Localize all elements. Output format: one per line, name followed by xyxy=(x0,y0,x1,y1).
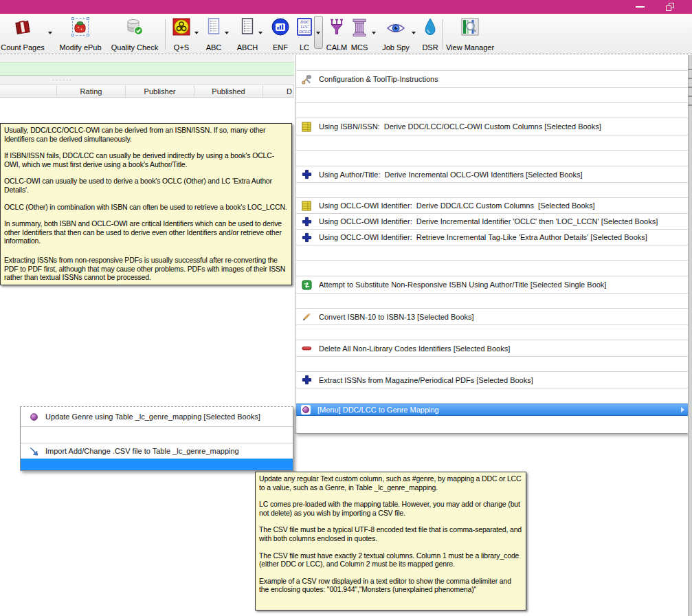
menu-item-label: Using OCLC-OWI Identifier: Derive Increm… xyxy=(319,217,658,226)
toolbar-button-abch[interactable]: ABCH xyxy=(235,16,260,52)
restore-icon[interactable] xyxy=(666,3,675,12)
menu-spacer xyxy=(296,294,688,309)
menu-spacer xyxy=(296,245,688,261)
tooltip-paragraph: The CSV file must be a typical UTF-8 enc… xyxy=(259,525,522,542)
toolbar-button-quality-check[interactable]: Quality Check xyxy=(109,16,161,52)
modify-epub-icon xyxy=(72,18,89,36)
toolbar-label: Job Spy xyxy=(382,43,410,52)
menu-item-convert-isbn[interactable]: Convert ISBN-10 to ISBN-13 [Selected Boo… xyxy=(296,309,688,325)
app-window: { "window": { "controls": { "minimize": … xyxy=(0,0,692,616)
menu-spacer xyxy=(296,325,688,340)
chevron-down-icon[interactable] xyxy=(225,32,229,34)
toolbar-label: MCS xyxy=(351,43,368,52)
menu-spacer xyxy=(296,55,688,71)
menu-item-configuration[interactable]: Configuration & ToolTip-Instructions xyxy=(296,71,688,88)
lc-dropdown-strip[interactable] xyxy=(314,16,323,49)
toolbar-button-job-spy[interactable]: Job Spy xyxy=(381,16,411,52)
menu-item-substitute-isbn[interactable]: Attempt to Substitute Non-Responsive ISB… xyxy=(296,276,688,294)
toolbar-button-mcs[interactable]: MCS xyxy=(349,16,370,52)
import-arrow-icon xyxy=(28,446,39,456)
menu-item-isbn-issn-derive[interactable]: Using ISBN/ISSN: Derive DDC/LCC/OCLC-OWI… xyxy=(296,118,688,135)
minimize-icon[interactable] xyxy=(636,6,645,8)
scrollbar-tick xyxy=(688,104,692,106)
menu-spacer xyxy=(296,88,688,103)
menu-item-oclc-owi-ddc-lcc[interactable]: Using OCLC-OWI Identifier: Derive DDC/LC… xyxy=(296,198,688,214)
menu-spacer xyxy=(296,388,688,404)
chevron-down-icon[interactable] xyxy=(48,32,52,34)
column-header-blank[interactable] xyxy=(0,85,57,97)
menu-item-oclc-owi-extra-author[interactable]: Using OCLC-OWI Identifier: Retrieve Incr… xyxy=(296,230,688,245)
plus-navy-icon xyxy=(301,375,312,386)
pencil-icon xyxy=(301,311,312,322)
minus-red-icon xyxy=(301,343,312,354)
menu-item-label: Using OCLC-OWI Identifier: Retrieve Incr… xyxy=(319,233,647,241)
chart-circle-icon xyxy=(271,18,289,37)
toolbar-button-enf[interactable]: ENF xyxy=(271,16,290,52)
column-header-date[interactable]: D xyxy=(263,85,294,97)
toolbar-label: LC xyxy=(300,43,309,52)
tooltip-paragraph: If ISBN/ISSN fails, DDC/LCC can usually … xyxy=(4,151,288,168)
menu-item-label: Using ISBN/ISSN: Derive DDC/LCC/OCLC-OWI… xyxy=(319,122,601,131)
tooltip-paragraph: Update any regular Text custom column, s… xyxy=(259,474,522,492)
scrollbar-tick xyxy=(688,78,692,79)
purple-sphere-icon xyxy=(301,405,311,415)
submenu-item-update-genre[interactable]: Update Genre using Table _lc_genre_mappi… xyxy=(21,407,293,427)
tooltip-paragraph: Usually, DDC/LCC/OCLC-OWI can be derived… xyxy=(4,126,288,143)
plugin-toolbar: Count Pages Modify ePub xyxy=(0,14,692,54)
menu-item-extract-issn[interactable]: Extract ISSNs from Magazine/Periodical P… xyxy=(296,372,688,388)
menu-item-delete-identifiers[interactable]: Delete All Non-Library Codes Identifiers… xyxy=(296,340,688,357)
column-header-publisher[interactable]: Publisher xyxy=(126,85,194,97)
swap-green-icon xyxy=(301,279,312,290)
quality-check-database-icon xyxy=(126,18,144,37)
toolbar-button-calm[interactable]: CALM xyxy=(326,16,348,52)
chevron-down-icon[interactable] xyxy=(194,32,199,34)
eye-icon xyxy=(386,22,405,36)
chevron-down-icon[interactable] xyxy=(258,32,263,34)
tooltip-paragraph: OCLC (Other) in combination with ISBN ca… xyxy=(4,203,288,212)
chevron-down-icon[interactable] xyxy=(412,32,416,34)
column-header-published[interactable]: Published xyxy=(194,85,263,97)
submenu-item-import-csv[interactable]: Import Add/Change .CSV file to Table _lc… xyxy=(21,443,293,459)
toolbar-label: View Manager xyxy=(446,43,494,52)
quick-search-highlight-bar[interactable] xyxy=(0,62,294,76)
submenu-highlighted-empty-row[interactable] xyxy=(21,459,293,470)
lc-icon-line: DDC xyxy=(298,20,311,25)
toolbar-button-abc[interactable]: ABC xyxy=(203,16,224,52)
menu-spacer xyxy=(296,357,688,372)
toolbar-button-count-pages[interactable]: Count Pages xyxy=(1,16,44,52)
toolbar-label: CALM xyxy=(326,43,348,52)
menu-item-ddc-lcc-genre-mapping[interactable]: [Menu] DDC/LCC to Genre Mapping xyxy=(296,404,688,416)
toolbar-label: ABC xyxy=(206,43,222,52)
menu-item-label: Attempt to Substitute Non-Responsive ISB… xyxy=(319,280,606,289)
yellow-table-icon xyxy=(301,121,312,132)
scrollbar-tick xyxy=(688,96,692,97)
csv-mapping-tooltip: Update any regular Text custom column, s… xyxy=(255,472,526,610)
funnel-icon xyxy=(328,18,345,38)
window-edge-scrollbar[interactable] xyxy=(688,55,692,616)
identifiers-tooltip: Usually, DDC/LCC/OCLC-OWI can be derived… xyxy=(0,123,292,285)
menu-spacer xyxy=(296,261,688,276)
count-pages-books-icon xyxy=(14,18,32,37)
menu-item-label: Using OCLC-OWI Identifier: Derive DDC/LC… xyxy=(319,201,595,210)
plus-navy-icon xyxy=(301,169,312,180)
toolbar-button-lc[interactable]: DDC LCC OCLC LC xyxy=(295,16,313,52)
chevron-down-icon xyxy=(316,32,320,34)
menu-spacer xyxy=(296,416,688,433)
column-header-rating[interactable]: Rating xyxy=(57,85,126,97)
library-column-headers: Rating Publisher Published D xyxy=(0,85,294,98)
menu-item-author-title-derive[interactable]: Using Author/Title: Derive Incremental O… xyxy=(296,166,688,183)
tools-icon xyxy=(301,74,312,85)
menu-item-label: Convert ISBN-10 to ISBN-13 [Selected Boo… xyxy=(319,313,474,321)
menu-item-label: Configuration & ToolTip-Instructions xyxy=(319,75,438,83)
genre-mapping-submenu: Update Genre using Table _lc_genre_mappi… xyxy=(20,406,293,471)
menu-spacer xyxy=(296,103,688,118)
toolbar-button-q-plus-s[interactable]: Q+S xyxy=(170,16,192,52)
toolbar-button-dsr[interactable]: DSR xyxy=(421,16,440,52)
tooltip-paragraph: In summary, both ISBN and OCLC-OWI are c… xyxy=(4,219,288,245)
menu-item-oclc-owi-oclc-lccn[interactable]: Using OCLC-OWI Identifier: Derive Increm… xyxy=(296,214,688,230)
toolbar-button-view-manager[interactable]: View Manager xyxy=(448,16,492,52)
purple-sphere-icon xyxy=(28,411,39,422)
toolbar-button-modify-epub[interactable]: Modify ePub xyxy=(59,16,102,52)
column-drag-dots: ······ xyxy=(52,76,73,83)
chevron-down-icon[interactable] xyxy=(372,32,376,34)
